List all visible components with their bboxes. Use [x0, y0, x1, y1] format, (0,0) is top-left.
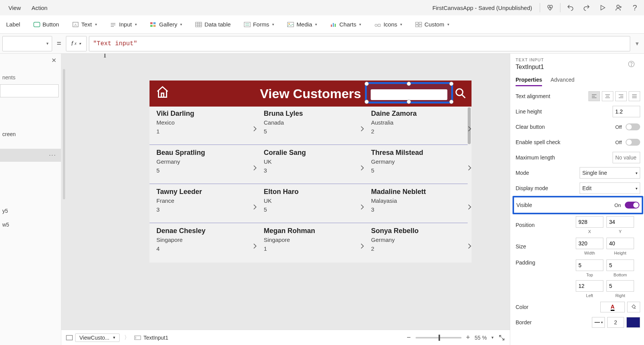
chevron-right-icon[interactable] — [466, 123, 473, 134]
align-left-button[interactable] — [588, 91, 600, 101]
fill-color-button[interactable] — [627, 302, 640, 312]
spell-check-toggle[interactable] — [626, 139, 640, 146]
ribbon-forms[interactable]: Forms▾ — [241, 19, 278, 30]
zoom-in-icon[interactable]: + — [466, 334, 470, 342]
close-icon[interactable]: ✕ — [51, 57, 56, 64]
ribbon-custom[interactable]: Custom▾ — [412, 19, 452, 30]
gallery-item[interactable]: Coralie SangUK3 — [264, 149, 370, 187]
chevron-right-icon[interactable] — [466, 163, 473, 173]
border-width-input[interactable]: 2 — [607, 317, 624, 328]
gallery-item[interactable]: Beau SpratlingGermany5 — [156, 149, 263, 187]
chevron-right-icon[interactable] — [359, 123, 366, 134]
menu-view[interactable]: View — [3, 2, 26, 13]
align-justify-button[interactable] — [629, 91, 640, 101]
tab-advanced[interactable]: Advanced — [550, 77, 574, 86]
app-header: View Customers — [150, 80, 472, 107]
redo-icon[interactable] — [580, 2, 593, 14]
help-icon[interactable] — [628, 61, 635, 67]
tree-item[interactable]: w5 — [0, 218, 61, 232]
chevron-down-icon[interactable]: ▾ — [491, 335, 494, 340]
font-color-button[interactable]: A — [600, 302, 625, 312]
zoom-slider[interactable] — [416, 337, 462, 338]
equals-sign: = — [54, 39, 64, 48]
align-center-button[interactable] — [602, 91, 613, 101]
border-color-button[interactable] — [626, 317, 640, 328]
tree-item[interactable]: creen — [0, 127, 61, 141]
padding-left-input[interactable] — [576, 280, 603, 292]
chevron-right-icon[interactable] — [251, 163, 258, 173]
gallery-item[interactable]: Madaline NeblettMalayasia3 — [371, 188, 478, 226]
max-length-input[interactable] — [613, 152, 640, 163]
breadcrumb-control[interactable]: TextInput1 — [143, 335, 168, 341]
gallery[interactable]: Viki DarlingMexico1Bruna LylesCanada5Dai… — [150, 107, 472, 263]
svg-point-1 — [617, 5, 619, 8]
mode-select[interactable]: Single line▾ — [580, 167, 640, 179]
tree-search-input[interactable] — [0, 84, 59, 97]
prop-label: Line height — [516, 108, 613, 115]
play-icon[interactable] — [596, 2, 609, 14]
ribbon-gallery[interactable]: Gallery▾ — [147, 19, 186, 30]
clear-button-toggle[interactable] — [626, 123, 640, 130]
tree-item-selected[interactable]: ··· — [0, 149, 61, 162]
gallery-item[interactable]: Thresa MilsteadGermany5 — [371, 149, 478, 187]
padding-top-input[interactable] — [576, 260, 603, 271]
chevron-right-icon[interactable] — [359, 163, 366, 173]
button-icon — [33, 21, 40, 28]
search-icon[interactable] — [455, 87, 466, 99]
ribbon-input[interactable]: Input▾ — [107, 19, 140, 30]
position-y-input[interactable] — [606, 216, 634, 228]
ribbon-button[interactable]: Button — [30, 19, 62, 30]
chevron-right-icon[interactable] — [359, 202, 366, 212]
chevron-right-icon[interactable] — [359, 241, 366, 251]
size-width-input[interactable] — [576, 238, 603, 249]
customer-name: Madaline Neblett — [371, 188, 478, 196]
undo-icon[interactable] — [564, 2, 577, 14]
visible-toggle[interactable] — [625, 202, 639, 209]
ribbon-charts[interactable]: Charts▾ — [327, 19, 364, 30]
fx-button[interactable]: fx▾ — [66, 36, 87, 51]
app-preview[interactable]: View Customers — [150, 80, 472, 263]
chevron-right-icon[interactable] — [251, 241, 258, 251]
chevron-right-icon[interactable] — [251, 202, 258, 212]
ribbon-icons[interactable]: Icons▾ — [371, 19, 405, 30]
size-height-input[interactable] — [606, 238, 634, 249]
fit-icon[interactable] — [498, 334, 505, 341]
ribbon-media[interactable]: Media▾ — [284, 19, 320, 30]
ribbon-datatable[interactable]: Data table — [192, 19, 233, 30]
gallery-item[interactable]: Megan RohmanSingapore1 — [264, 227, 370, 265]
gallery-item[interactable]: Bruna LylesCanada5 — [264, 110, 370, 148]
line-height-input[interactable] — [613, 106, 640, 117]
breadcrumb-screen[interactable]: ViewCusto...▾ — [75, 334, 120, 342]
selected-textinput[interactable] — [365, 82, 453, 104]
user-icon[interactable] — [613, 2, 625, 14]
tree-item[interactable]: y5 — [0, 204, 61, 218]
tab-properties[interactable]: Properties — [516, 77, 542, 86]
formula-property-select[interactable]: ▾ — [2, 36, 52, 51]
formula-input[interactable]: "Text input" — [89, 36, 630, 51]
help-icon[interactable]: ? — [629, 2, 641, 14]
padding-bottom-input[interactable] — [606, 260, 634, 271]
chevron-right-icon[interactable] — [251, 123, 258, 134]
padding-right-input[interactable] — [606, 280, 634, 292]
textinput-icon — [134, 335, 141, 340]
chevron-right-icon[interactable] — [466, 241, 473, 251]
formula-expand-icon[interactable]: ▾ — [632, 40, 642, 47]
position-x-input[interactable] — [576, 216, 603, 228]
border-style-button[interactable]: ▾ — [592, 317, 605, 328]
gallery-item[interactable]: Viki DarlingMexico1 — [156, 110, 263, 148]
gallery-item[interactable]: Elton HaroUK5 — [264, 188, 370, 226]
chevron-right-icon[interactable] — [466, 202, 473, 212]
zoom-out-icon[interactable]: − — [407, 334, 411, 342]
align-right-button[interactable] — [615, 91, 627, 101]
health-icon[interactable] — [544, 2, 556, 14]
gallery-item[interactable]: Sonya RebelloGermany2 — [371, 227, 478, 265]
ribbon-text[interactable]: A Text▾ — [69, 19, 100, 30]
display-mode-select[interactable]: Edit▾ — [580, 182, 640, 194]
tree-item[interactable] — [0, 104, 61, 112]
gallery-item[interactable]: Denae ChesleySingapore4 — [156, 227, 263, 265]
gallery-item[interactable]: Daine ZamoraAustralia2 — [371, 110, 478, 148]
panel-resize-handle[interactable] — [63, 69, 65, 199]
menu-action[interactable]: Action — [26, 2, 53, 13]
gallery-item[interactable]: Tawny LeederFrance3 — [156, 188, 263, 226]
ribbon-label[interactable]: Label — [3, 19, 23, 30]
